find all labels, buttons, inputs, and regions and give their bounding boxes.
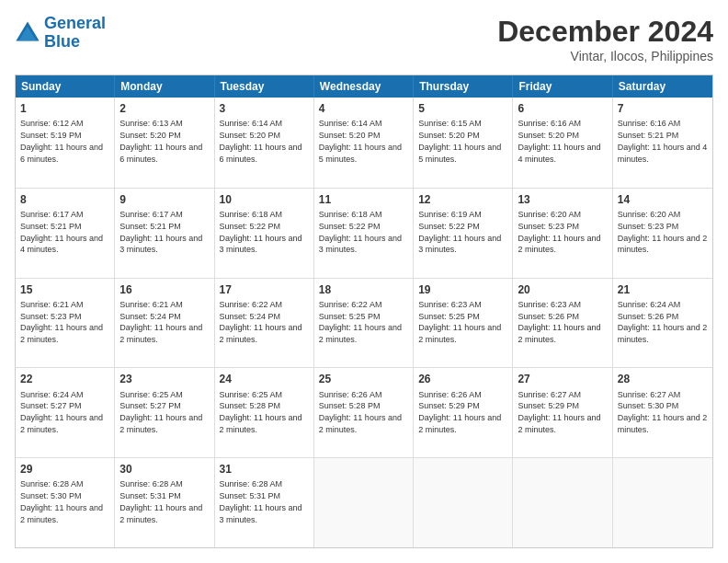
cell-sunrise: Sunrise: 6:27 AM	[518, 390, 581, 399]
calendar-cell-empty	[414, 458, 513, 547]
calendar-cell-4: 4 Sunrise: 6:14 AM Sunset: 5:20 PM Dayli…	[314, 98, 414, 188]
header-monday: Monday	[115, 75, 214, 98]
cell-sunset: Sunset: 5:23 PM	[618, 222, 679, 231]
page: General Blue December 2024 Vintar, Iloco…	[0, 0, 728, 563]
calendar-cell-28: 28 Sunrise: 6:27 AM Sunset: 5:30 PM Dayl…	[613, 368, 712, 457]
cell-daylight: Daylight: 11 hours and 6 minutes.	[119, 143, 202, 164]
cell-day-number: 21	[618, 282, 708, 297]
cell-day-number: 29	[20, 462, 109, 477]
calendar-cell-27: 27 Sunrise: 6:27 AM Sunset: 5:29 PM Dayl…	[513, 368, 612, 457]
cell-day-number: 16	[119, 282, 209, 297]
cell-daylight: Daylight: 11 hours and 2 minutes.	[618, 413, 708, 434]
cell-day-number: 27	[518, 372, 607, 386]
cell-sunrise: Sunrise: 6:28 AM	[20, 479, 84, 488]
calendar-cell-12: 12 Sunrise: 6:19 AM Sunset: 5:22 PM Dayl…	[414, 189, 513, 278]
cell-day-number: 11	[319, 192, 408, 207]
cell-sunset: Sunset: 5:20 PM	[518, 131, 579, 140]
cell-sunrise: Sunrise: 6:14 AM	[220, 119, 283, 128]
cell-sunrise: Sunrise: 6:19 AM	[418, 210, 482, 219]
subtitle: Vintar, Ilocos, Philippines	[497, 49, 713, 63]
cell-daylight: Daylight: 11 hours and 2 minutes.	[119, 323, 202, 344]
cell-day-number: 20	[518, 282, 607, 297]
cell-day-number: 3	[220, 101, 309, 116]
cell-sunrise: Sunrise: 6:23 AM	[418, 300, 482, 309]
cell-sunset: Sunset: 5:28 PM	[220, 401, 281, 410]
cell-day-number: 5	[418, 101, 507, 116]
cell-daylight: Daylight: 11 hours and 2 minutes.	[220, 413, 302, 434]
calendar-cell-24: 24 Sunrise: 6:25 AM Sunset: 5:28 PM Dayl…	[215, 368, 314, 457]
calendar-cell-30: 30 Sunrise: 6:28 AM Sunset: 5:31 PM Dayl…	[115, 458, 214, 547]
calendar-cell-26: 26 Sunrise: 6:26 AM Sunset: 5:29 PM Dayl…	[414, 368, 513, 457]
cell-sunset: Sunset: 5:20 PM	[220, 131, 281, 140]
cell-sunrise: Sunrise: 6:26 AM	[418, 390, 482, 399]
cell-sunset: Sunset: 5:24 PM	[220, 312, 281, 321]
cell-daylight: Daylight: 11 hours and 2 minutes.	[319, 413, 402, 434]
cell-daylight: Daylight: 11 hours and 6 minutes.	[220, 143, 302, 164]
logo-text: General Blue	[44, 15, 106, 52]
cell-sunset: Sunset: 5:20 PM	[319, 131, 381, 140]
cell-sunset: Sunset: 5:29 PM	[518, 401, 579, 410]
cell-daylight: Daylight: 11 hours and 2 minutes.	[20, 323, 103, 344]
cell-daylight: Daylight: 11 hours and 3 minutes.	[418, 234, 501, 255]
cell-sunrise: Sunrise: 6:16 AM	[618, 119, 681, 128]
calendar-cell-18: 18 Sunrise: 6:22 AM Sunset: 5:25 PM Dayl…	[314, 279, 414, 368]
cell-sunset: Sunset: 5:22 PM	[319, 222, 381, 231]
logo-icon	[15, 20, 40, 46]
cell-sunset: Sunset: 5:30 PM	[20, 491, 82, 500]
cell-sunset: Sunset: 5:27 PM	[119, 401, 181, 410]
header-tuesday: Tuesday	[215, 75, 314, 98]
cell-sunset: Sunset: 5:31 PM	[220, 491, 281, 500]
cell-day-number: 18	[319, 282, 408, 297]
title-section: December 2024 Vintar, Ilocos, Philippine…	[497, 15, 713, 63]
cell-daylight: Daylight: 11 hours and 2 minutes.	[119, 413, 202, 434]
calendar-header: Sunday Monday Tuesday Wednesday Thursday…	[16, 75, 712, 98]
cell-daylight: Daylight: 11 hours and 2 minutes.	[418, 323, 501, 344]
cell-sunset: Sunset: 5:19 PM	[20, 131, 82, 140]
calendar-cell-11: 11 Sunrise: 6:18 AM Sunset: 5:22 PM Dayl…	[314, 189, 414, 278]
cell-day-number: 26	[418, 372, 507, 386]
month-title: December 2024	[497, 15, 713, 49]
cell-sunset: Sunset: 5:26 PM	[518, 312, 579, 321]
cell-daylight: Daylight: 11 hours and 2 minutes.	[319, 323, 402, 344]
cell-day-number: 23	[119, 372, 209, 386]
cell-daylight: Daylight: 11 hours and 2 minutes.	[119, 503, 202, 524]
calendar-cell-25: 25 Sunrise: 6:26 AM Sunset: 5:28 PM Dayl…	[314, 368, 414, 457]
cell-sunset: Sunset: 5:21 PM	[618, 131, 679, 140]
cell-sunrise: Sunrise: 6:15 AM	[418, 119, 482, 128]
cell-day-number: 14	[618, 192, 708, 207]
calendar-cell-1: 1 Sunrise: 6:12 AM Sunset: 5:19 PM Dayli…	[16, 98, 115, 188]
header-friday: Friday	[513, 75, 612, 98]
cell-sunrise: Sunrise: 6:13 AM	[119, 119, 183, 128]
header-wednesday: Wednesday	[314, 75, 414, 98]
calendar-cell-2: 2 Sunrise: 6:13 AM Sunset: 5:20 PM Dayli…	[115, 98, 214, 188]
cell-sunset: Sunset: 5:26 PM	[618, 312, 679, 321]
cell-sunset: Sunset: 5:28 PM	[319, 401, 381, 410]
cell-sunrise: Sunrise: 6:14 AM	[319, 119, 382, 128]
cell-sunrise: Sunrise: 6:23 AM	[518, 300, 581, 309]
cell-daylight: Daylight: 11 hours and 3 minutes.	[220, 234, 302, 255]
cell-sunrise: Sunrise: 6:22 AM	[319, 300, 382, 309]
cell-daylight: Daylight: 11 hours and 5 minutes.	[418, 143, 501, 164]
cell-daylight: Daylight: 11 hours and 2 minutes.	[518, 413, 600, 434]
cell-daylight: Daylight: 11 hours and 4 minutes.	[20, 234, 103, 255]
logo-line2: Blue	[44, 32, 80, 51]
cell-sunset: Sunset: 5:20 PM	[119, 131, 181, 140]
cell-daylight: Daylight: 11 hours and 3 minutes.	[119, 234, 202, 255]
calendar-cell-15: 15 Sunrise: 6:21 AM Sunset: 5:23 PM Dayl…	[16, 279, 115, 368]
cell-sunset: Sunset: 5:27 PM	[20, 401, 82, 410]
cell-daylight: Daylight: 11 hours and 2 minutes.	[518, 323, 600, 344]
cell-sunrise: Sunrise: 6:25 AM	[119, 390, 183, 399]
cell-daylight: Daylight: 11 hours and 2 minutes.	[418, 413, 501, 434]
cell-day-number: 17	[220, 282, 309, 297]
cell-sunset: Sunset: 5:22 PM	[418, 222, 480, 231]
cell-sunrise: Sunrise: 6:28 AM	[220, 479, 283, 488]
cell-sunset: Sunset: 5:23 PM	[518, 222, 579, 231]
cell-day-number: 6	[518, 101, 607, 116]
cell-sunrise: Sunrise: 6:21 AM	[119, 300, 183, 309]
cell-day-number: 4	[319, 101, 408, 116]
cell-day-number: 13	[518, 192, 607, 207]
cell-day-number: 30	[119, 462, 209, 477]
cell-day-number: 31	[220, 462, 309, 477]
cell-sunrise: Sunrise: 6:18 AM	[220, 210, 283, 219]
cell-sunrise: Sunrise: 6:18 AM	[319, 210, 382, 219]
